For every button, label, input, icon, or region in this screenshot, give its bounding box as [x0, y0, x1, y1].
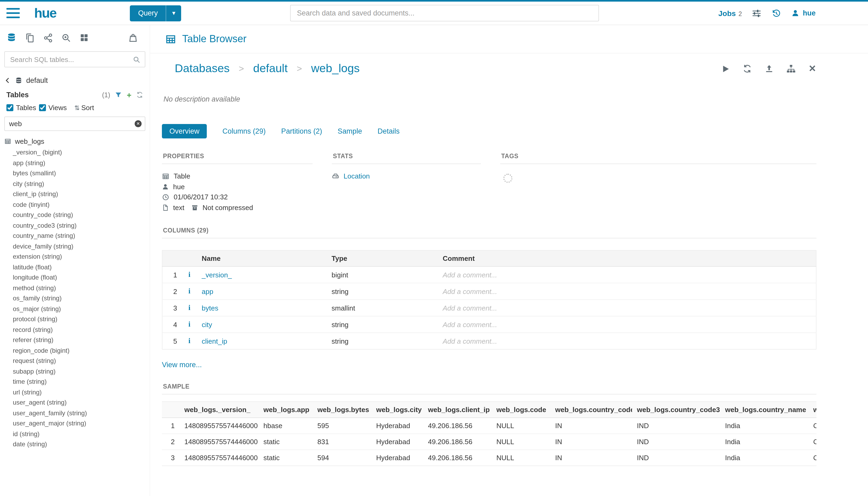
tab-columns[interactable]: Columns (29): [223, 127, 266, 135]
column-item[interactable]: app (string): [4, 158, 145, 168]
database-name[interactable]: default: [26, 76, 48, 84]
query-dropdown-caret-icon[interactable]: ▼: [165, 5, 181, 21]
column-name-link[interactable]: client_ip: [202, 337, 227, 345]
info-icon[interactable]: i: [188, 270, 190, 278]
history-icon[interactable]: [772, 8, 782, 18]
column-item[interactable]: protocol (string): [4, 314, 145, 325]
column-item[interactable]: country_code3 (string): [4, 220, 145, 231]
tab-sample[interactable]: Sample: [338, 127, 362, 135]
add-table-icon[interactable]: +: [127, 91, 131, 98]
column-item[interactable]: extension (string): [4, 252, 145, 262]
tags-heading: TAGS: [500, 153, 816, 164]
query-button[interactable]: Query ▼: [130, 5, 181, 21]
location-link[interactable]: Location: [344, 172, 370, 180]
hue-logo[interactable]: hue: [34, 5, 57, 21]
columns-heading: COLUMNS (29): [162, 227, 816, 238]
column-row: 3 i bytes smallint Add a comment...: [162, 299, 816, 316]
property-owner: hue: [162, 182, 332, 192]
table-filter-input[interactable]: [4, 117, 145, 131]
column-item[interactable]: code (tinyint): [4, 200, 145, 210]
tables-checkbox-label[interactable]: Tables: [6, 104, 36, 112]
tab-partitions[interactable]: Partitions (2): [281, 127, 322, 135]
views-checkbox-label[interactable]: Views: [39, 104, 67, 112]
breadcrumb-web-logs[interactable]: web_logs: [311, 62, 360, 75]
search-plus-icon[interactable]: [61, 33, 71, 43]
column-item[interactable]: url (string): [4, 387, 145, 398]
refresh-tables-icon[interactable]: [136, 91, 143, 98]
bag-icon[interactable]: [128, 33, 138, 43]
refresh-icon[interactable]: [743, 64, 752, 73]
jobs-link[interactable]: Jobs 2: [719, 9, 742, 17]
column-item[interactable]: bytes (smallint): [4, 168, 145, 179]
column-item[interactable]: client_ip (string): [4, 189, 145, 200]
breadcrumb-databases[interactable]: Databases: [175, 62, 230, 75]
column-item[interactable]: id (string): [4, 429, 145, 439]
column-name-link[interactable]: city: [202, 321, 212, 328]
sample-cell: India: [720, 434, 808, 450]
info-icon[interactable]: i: [188, 287, 190, 295]
add-comment-field[interactable]: Add a comment...: [438, 283, 816, 299]
back-chevron-icon[interactable]: [4, 77, 11, 84]
share-nodes-icon[interactable]: [43, 33, 53, 43]
column-item[interactable]: os_major (string): [4, 304, 145, 314]
database-browser-icon[interactable]: [6, 33, 17, 43]
menu-icon[interactable]: [6, 8, 20, 18]
breadcrumb-default[interactable]: default: [253, 62, 287, 75]
documents-icon[interactable]: [25, 33, 35, 43]
column-item[interactable]: country_code (string): [4, 210, 145, 220]
apps-grid-icon[interactable]: [80, 33, 89, 42]
column-item[interactable]: record (string): [4, 325, 145, 335]
sql-tables-search-input[interactable]: [4, 51, 145, 67]
column-item[interactable]: device_family (string): [4, 241, 145, 252]
column-name-link[interactable]: _version_: [202, 271, 232, 279]
column-item[interactable]: longitude (float): [4, 273, 145, 283]
sample-cell: NULL: [492, 450, 550, 466]
column-item[interactable]: method (string): [4, 283, 145, 293]
column-item[interactable]: country_name (string): [4, 231, 145, 241]
info-icon[interactable]: i: [188, 304, 190, 312]
add-comment-field[interactable]: Add a comment...: [438, 299, 816, 316]
view-more-link[interactable]: View more...: [162, 361, 202, 369]
column-name-link[interactable]: app: [202, 287, 213, 295]
close-icon[interactable]: ✕: [809, 63, 817, 74]
column-item[interactable]: subapp (string): [4, 367, 145, 377]
column-item[interactable]: date (string): [4, 439, 145, 450]
column-item[interactable]: _version_ (bigint): [4, 148, 145, 158]
global-search-input[interactable]: [290, 5, 599, 21]
tables-checkbox[interactable]: [6, 104, 13, 111]
clear-filter-icon[interactable]: ✕: [135, 120, 142, 127]
column-item[interactable]: city (string): [4, 179, 145, 189]
sample-cell: 49.206.186.56: [423, 418, 492, 434]
upload-icon[interactable]: [765, 64, 774, 73]
sitemap-icon[interactable]: [787, 64, 796, 73]
column-item[interactable]: referer (string): [4, 335, 145, 345]
column-item[interactable]: latitude (float): [4, 262, 145, 273]
column-item[interactable]: region_code (bigint): [4, 345, 145, 356]
column-item[interactable]: time (string): [4, 377, 145, 387]
settings-sliders-icon[interactable]: [752, 8, 762, 18]
filter-funnel-icon[interactable]: [115, 91, 122, 98]
column-item[interactable]: user_agent (string): [4, 398, 145, 408]
info-icon[interactable]: i: [188, 320, 190, 328]
sample-row: 3 1480895575574446000 static 594 Hyderab…: [162, 450, 816, 466]
table-item-web-logs[interactable]: web_logs: [4, 137, 145, 148]
info-icon[interactable]: i: [188, 337, 190, 345]
add-comment-field[interactable]: Add a comment...: [438, 316, 816, 333]
views-checkbox[interactable]: [39, 104, 46, 111]
column-item[interactable]: user_agent_family (string): [4, 408, 145, 418]
tab-details[interactable]: Details: [378, 127, 400, 135]
add-comment-field[interactable]: Add a comment...: [438, 266, 816, 283]
user-menu[interactable]: hue: [792, 9, 816, 17]
tab-overview[interactable]: Overview: [162, 124, 207, 138]
add-comment-field[interactable]: Add a comment...: [438, 333, 816, 349]
column-item[interactable]: user_agent_major (string): [4, 418, 145, 429]
column-name-link[interactable]: bytes: [202, 304, 218, 312]
column-item[interactable]: os_family (string): [4, 293, 145, 304]
search-icon[interactable]: [132, 56, 141, 64]
sample-column-header: web_logs.app: [258, 402, 313, 418]
column-item[interactable]: request (string): [4, 356, 145, 367]
breadcrumb: Databases > default > web_logs: [162, 62, 360, 75]
table-icon: [162, 173, 169, 180]
query-play-icon[interactable]: [722, 64, 730, 73]
sort-control[interactable]: ⇅ Sort: [74, 104, 94, 112]
